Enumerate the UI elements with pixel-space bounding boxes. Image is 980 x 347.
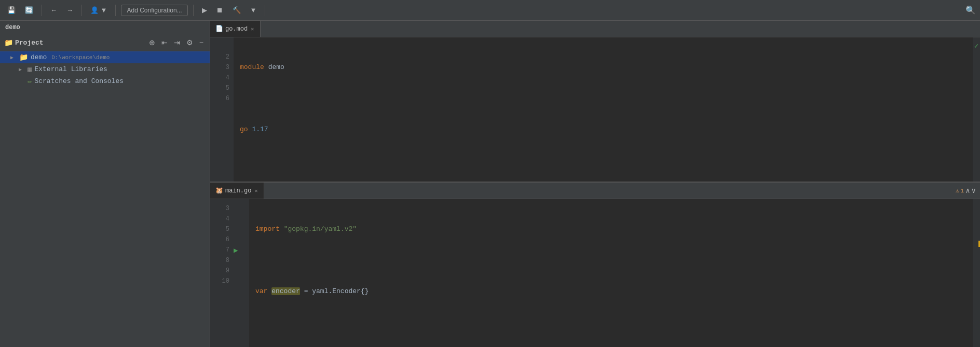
- sidebar-title: Project: [15, 39, 145, 47]
- tree-item-demo[interactable]: ▶ 📁 demo D:\workspace\demo: [0, 51, 210, 63]
- tree-item-external-libraries[interactable]: ▶ ▦ External Libraries: [0, 63, 210, 75]
- separator-4: [193, 5, 194, 16]
- code-area-bottom[interactable]: 3 4 5 6 7 8 9 10: [210, 199, 980, 347]
- line-num: 5: [210, 224, 229, 234]
- code-line: [255, 255, 967, 266]
- user-button[interactable]: 👤 ▼: [87, 4, 110, 16]
- separator-2: [81, 5, 82, 16]
- go-mod-tab-close[interactable]: ✕: [250, 25, 255, 33]
- line-num: 5: [210, 83, 229, 93]
- collapse-all-button[interactable]: ⇤: [159, 37, 170, 48]
- expand-arrow-demo: ▶: [10, 54, 17, 61]
- ext-libs-label: External Libraries: [34, 65, 107, 73]
- main-go-tab-close[interactable]: ✕: [253, 187, 258, 195]
- separator-3: [115, 5, 116, 16]
- right-gutter-bottom: [973, 199, 980, 347]
- expand-arrow-ext: ▶: [19, 66, 25, 73]
- run-gutter-line: ▶: [234, 245, 249, 255]
- sidebar: demo 📁 Project ⊕ ⇤ ⇥ ⚙ − ▶ 📁 demo D:\wor…: [0, 21, 210, 347]
- more-run-button[interactable]: ▼: [247, 4, 260, 16]
- stop-button[interactable]: ⏹: [213, 4, 226, 16]
- gutter-run-area: ▶: [234, 199, 249, 347]
- gutter-empty: [234, 234, 249, 245]
- line-num: 6: [210, 234, 229, 245]
- settings-icon-button[interactable]: ⚙: [184, 37, 195, 48]
- ext-libs-icon: ▦: [28, 65, 32, 74]
- add-icon-button[interactable]: ⊕: [147, 37, 157, 48]
- code-line: [240, 93, 967, 104]
- line-num: 3: [210, 62, 229, 73]
- go-mod-tab-icon: 📄: [215, 25, 223, 33]
- tab-go-mod[interactable]: 📄 go.mod ✕: [210, 21, 261, 37]
- scratches-icon: ✏: [28, 77, 32, 86]
- code-content-bottom[interactable]: import "gopkg.in/yaml.v2" var encoder = …: [249, 199, 973, 347]
- sidebar-title-bar: 📁 Project ⊕ ⇤ ⇥ ⚙ −: [0, 34, 210, 51]
- line-num: 6: [210, 93, 229, 104]
- window-title: demo: [0, 21, 210, 34]
- add-config-button[interactable]: Add Configuration...: [121, 5, 187, 16]
- main-go-tab-icon: 🐹: [215, 187, 223, 195]
- warning-count: 1: [961, 188, 964, 194]
- editor-split: 2 3 4 5 6 module demo go 1.17 require go…: [210, 37, 980, 347]
- top-tabs-bar: 📄 go.mod ✕: [210, 21, 980, 37]
- demo-folder-icon: 📁: [19, 53, 28, 62]
- line-num: 4: [210, 214, 229, 224]
- code-line: module demo: [240, 62, 967, 73]
- code-area-top[interactable]: 2 3 4 5 6 module demo go 1.17 require go…: [210, 37, 980, 182]
- editor-area: 📄 go.mod ✕ 2 3 4 5 6: [210, 21, 980, 347]
- gutter-empty: [234, 224, 249, 234]
- warning-badge[interactable]: ⚠ 1 ∧ ∨: [956, 186, 980, 195]
- run-button[interactable]: ▶: [199, 4, 210, 16]
- project-folder-icon: 📁: [4, 38, 13, 47]
- line-numbers-top: 2 3 4 5 6: [210, 37, 234, 182]
- line-num: 2: [210, 52, 229, 62]
- line-num: 7: [210, 245, 229, 255]
- code-line: go 1.17: [240, 124, 967, 135]
- tree-item-scratches[interactable]: ▶ ✏ Scratches and Consoles: [0, 75, 210, 87]
- refresh-button[interactable]: 🔄: [22, 4, 36, 16]
- go-mod-tab-label: go.mod: [225, 25, 248, 33]
- line-num: 10: [210, 276, 229, 286]
- code-content-top[interactable]: module demo go 1.17 require gopkg.in/yam…: [234, 37, 973, 182]
- save-button[interactable]: 💾: [4, 4, 19, 16]
- editor-pane-bottom: 🐹 main.go ✕ ⚠ 1 ∧ ∨ 3 4 5: [210, 183, 980, 347]
- line-num: 4: [210, 73, 229, 83]
- line-num: [210, 41, 229, 52]
- line-numbers-bottom: 3 4 5 6 7 8 9 10: [210, 199, 234, 347]
- toolbar: 💾 🔄 ← → 👤 ▼ Add Configuration... ▶ ⏹ 🔨 ▼…: [0, 0, 980, 21]
- line-num: 9: [210, 266, 229, 276]
- separator-5: [265, 5, 265, 16]
- code-line: var encoder = yaml.Encoder{}: [255, 286, 967, 297]
- code-line: import "gopkg.in/yaml.v2": [255, 224, 967, 234]
- bottom-tabs-bar: 🐹 main.go ✕ ⚠ 1 ∧ ∨: [210, 183, 980, 199]
- close-sidebar-button[interactable]: −: [197, 37, 206, 48]
- gutter-empty: [234, 203, 249, 214]
- back-button[interactable]: ←: [47, 4, 60, 16]
- right-gutter-top: ✓: [973, 37, 980, 182]
- code-line: [240, 156, 967, 166]
- forward-button[interactable]: →: [63, 4, 76, 16]
- scratches-label: Scratches and Consoles: [34, 77, 124, 85]
- demo-path: D:\workspace\demo: [51, 54, 110, 61]
- demo-label: demo: [31, 53, 47, 61]
- expand-button[interactable]: ⇥: [172, 37, 182, 48]
- code-line: [255, 317, 967, 328]
- warning-icon: ⚠: [956, 187, 959, 194]
- line-num: 8: [210, 255, 229, 266]
- editor-pane-top: 2 3 4 5 6 module demo go 1.17 require go…: [210, 37, 980, 183]
- gutter-empty: [234, 214, 249, 224]
- checkmark-icon: ✓: [974, 41, 978, 50]
- nav-up-icon[interactable]: ∧: [965, 186, 970, 195]
- nav-down-icon[interactable]: ∨: [972, 186, 976, 195]
- search-icon[interactable]: 🔍: [965, 5, 976, 16]
- run-gutter-icon[interactable]: ▶: [234, 246, 238, 255]
- tab-main-go[interactable]: 🐹 main.go ✕: [210, 183, 264, 199]
- separator-1: [42, 5, 42, 16]
- build-button[interactable]: 🔨: [229, 4, 244, 16]
- main-go-tab-label: main.go: [225, 187, 251, 195]
- line-num: 3: [210, 203, 229, 214]
- main-layout: demo 📁 Project ⊕ ⇤ ⇥ ⚙ − ▶ 📁 demo D:\wor…: [0, 21, 980, 347]
